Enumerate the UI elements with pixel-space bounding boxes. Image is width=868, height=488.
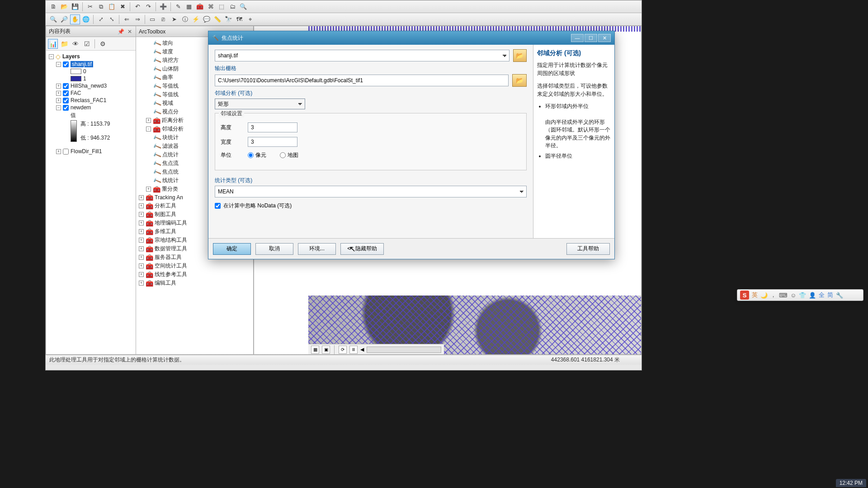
layer-checkbox[interactable] — [63, 98, 69, 103]
collapse-icon[interactable]: − — [56, 62, 61, 67]
moon-icon[interactable]: 🌙 — [760, 292, 768, 299]
layer-checkbox[interactable] — [63, 61, 69, 67]
goto-xy-icon[interactable]: ⌖ — [245, 14, 255, 24]
prev-extent-icon[interactable]: ⇐ — [122, 14, 132, 24]
pause-icon[interactable]: ⏸ — [349, 346, 358, 354]
layer-reclass[interactable]: +Reclass_FAC1 — [47, 97, 135, 104]
collapse-icon[interactable]: − — [49, 54, 54, 59]
layer-checkbox[interactable] — [63, 105, 69, 111]
expand-icon[interactable]: - — [146, 127, 151, 131]
layer-hillsha[interactable]: +HillSha_newd3 — [47, 82, 135, 89]
ime-simp[interactable]: 简 — [827, 291, 833, 299]
person-icon[interactable]: 👤 — [809, 292, 816, 299]
zoom-out-icon[interactable]: 🔎 — [59, 14, 69, 24]
copy-icon[interactable]: ⧉ — [96, 2, 106, 12]
list-by-drawing-icon[interactable]: 📊 — [48, 39, 58, 49]
sogou-icon[interactable]: S — [740, 291, 749, 300]
maximize-icon[interactable]: ☐ — [585, 34, 597, 42]
editor-icon[interactable]: ✎ — [173, 2, 183, 12]
expand-icon[interactable]: + — [56, 91, 61, 96]
zoom-in-icon[interactable]: 🔍 — [48, 14, 58, 24]
tool-row[interactable]: +🧰空间统计工具 — [137, 262, 252, 270]
list-by-visibility-icon[interactable]: 👁 — [71, 39, 80, 49]
tool-row[interactable]: +🧰编辑工具 — [137, 279, 252, 287]
stat-combo[interactable]: MEAN — [215, 186, 527, 197]
delete-icon[interactable]: ✖ — [118, 2, 127, 12]
layout-view-icon[interactable]: ▣ — [322, 346, 330, 354]
radio-input[interactable] — [248, 152, 254, 158]
catalog-icon[interactable]: 🗂 — [227, 2, 237, 12]
input-raster-combo[interactable]: shanji.tif — [215, 50, 509, 61]
redo-icon[interactable]: ↷ — [143, 2, 153, 12]
cut-icon[interactable]: ✂ — [85, 2, 95, 12]
save-icon[interactable]: 💾 — [70, 2, 80, 12]
expand-icon[interactable]: + — [56, 84, 61, 89]
environments-button[interactable]: 环境... — [298, 243, 336, 255]
html-popup-icon[interactable]: 💬 — [202, 14, 212, 24]
collapse-icon[interactable]: − — [56, 105, 61, 110]
ignore-nodata-row[interactable]: 在计算中忽略 NoData (可选) — [215, 202, 527, 210]
toolbox-icon[interactable]: 🧰 — [195, 2, 205, 12]
python-icon[interactable]: ⌘ — [206, 2, 216, 12]
wrench-icon[interactable]: 🔧 — [836, 292, 843, 299]
layer-checkbox[interactable] — [63, 90, 69, 96]
list-by-source-icon[interactable]: 📁 — [59, 39, 69, 49]
radio-input[interactable] — [280, 152, 286, 158]
unit-map-radio[interactable]: 地图 — [280, 151, 298, 159]
height-input[interactable] — [248, 122, 297, 132]
cancel-button[interactable]: 取消 — [255, 243, 293, 255]
new-icon[interactable]: 🗎 — [48, 2, 58, 12]
pan-icon[interactable]: ✋ — [70, 14, 80, 24]
options-icon[interactable]: ⚙ — [98, 39, 108, 49]
expand-icon[interactable]: + — [139, 272, 144, 277]
layer-fac[interactable]: +FAC — [47, 89, 135, 97]
expand-icon[interactable]: + — [139, 203, 144, 208]
full-extent-icon[interactable]: 🌐 — [81, 14, 91, 24]
expand-icon[interactable]: + — [56, 149, 61, 154]
expand-icon[interactable]: + — [56, 98, 61, 103]
output-raster-input[interactable] — [215, 75, 509, 86]
next-extent-icon[interactable]: ⇒ — [132, 14, 142, 24]
ime-lang[interactable]: 英 — [752, 291, 758, 299]
hyperlink-icon[interactable]: ⚡ — [191, 14, 201, 24]
layer-shanji[interactable]: −shanji.tif — [47, 61, 135, 68]
add-data-icon[interactable]: ➕ — [158, 2, 168, 12]
expand-icon[interactable]: + — [139, 221, 144, 225]
refresh-icon[interactable]: ⟳ — [339, 346, 347, 354]
layer-name[interactable]: shanji.tif — [71, 61, 93, 67]
layers-root[interactable]: −◇Layers — [47, 52, 135, 61]
toc-pin-close[interactable]: 📌 ✕ — [118, 28, 133, 35]
data-view-icon[interactable]: ▦ — [311, 346, 319, 354]
expand-icon[interactable]: + — [139, 238, 144, 243]
expand-icon[interactable]: + — [139, 255, 144, 260]
identify-icon[interactable]: ⓘ — [180, 14, 190, 24]
browse-output-icon[interactable]: 📂 — [512, 74, 527, 87]
clear-sel-icon[interactable]: ⎚ — [158, 14, 168, 24]
horizontal-scrollbar[interactable] — [367, 347, 441, 353]
width-input[interactable] — [248, 137, 297, 147]
expand-icon[interactable]: + — [139, 281, 144, 286]
open-icon[interactable]: 📂 — [59, 2, 69, 12]
neighborhood-combo[interactable]: 矩形 — [215, 99, 305, 109]
expand-icon[interactable]: + — [146, 118, 151, 123]
keyboard-icon[interactable]: ⌨ — [779, 292, 788, 299]
model-icon[interactable]: ⬚ — [217, 2, 226, 12]
layer-newdem[interactable]: −newdem — [47, 104, 135, 111]
shirt-icon[interactable]: 👕 — [799, 292, 806, 299]
unit-cell-radio[interactable]: 像元 — [248, 151, 266, 159]
toc-tree[interactable]: −◇Layers −shanji.tif 0 1 +HillSha_newd3 … — [46, 51, 136, 354]
expand-icon[interactable]: + — [139, 229, 144, 234]
expand-icon[interactable]: + — [139, 246, 144, 251]
select-icon[interactable]: ▭ — [147, 14, 157, 24]
browse-input-icon[interactable]: 📂 — [513, 49, 527, 62]
table-icon[interactable]: ▦ — [184, 2, 194, 12]
minimize-icon[interactable]: — — [571, 34, 584, 42]
comma-icon[interactable]: ， — [770, 291, 776, 299]
scroll-left-icon[interactable]: ◀ — [360, 347, 364, 352]
ignore-nodata-checkbox[interactable] — [215, 203, 221, 209]
layer-checkbox[interactable] — [63, 83, 69, 89]
expand-icon[interactable]: + — [139, 212, 144, 217]
pointer-icon[interactable]: ➤ — [169, 14, 179, 24]
ok-button[interactable]: 确定 — [213, 243, 251, 255]
layer-flowdir[interactable]: +FlowDir_Fill1 — [47, 148, 135, 155]
